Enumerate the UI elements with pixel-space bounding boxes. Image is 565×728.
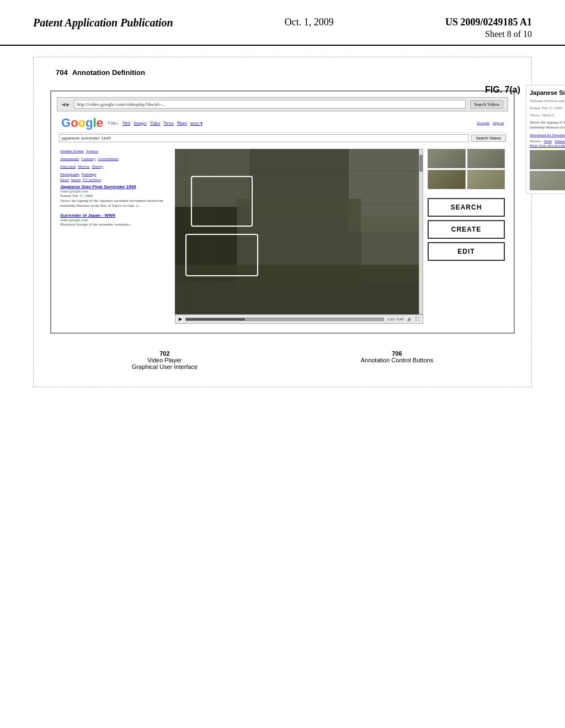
igoogle-link[interactable]: iGoogle <box>477 121 489 125</box>
video-info-description: Shows the signing of the Japanese surren… <box>530 120 565 131</box>
tab-science[interactable]: Science <box>86 149 98 153</box>
info-thumbnail-3[interactable] <box>530 171 565 190</box>
thumb-row-1 <box>428 149 505 168</box>
thumbnail-2[interactable] <box>467 149 505 168</box>
annotation-control-buttons: SEARCH CREATE EDIT <box>428 198 505 261</box>
label-702: 702 <box>132 350 198 357</box>
tab-education[interactable]: Education <box>60 164 76 169</box>
tab-currency[interactable]: Currency <box>81 157 95 161</box>
browser-back-icon[interactable]: ◀ ▶ <box>62 102 70 107</box>
nav-video[interactable]: Video <box>150 121 161 126</box>
figure-outer-border: 704 Annotation Definition ◀ ▶ http://vid… <box>33 57 532 387</box>
google-nav-bar: Google Video Web Images Video News Maps … <box>57 114 508 133</box>
nav-tabs-row: Annotations Currency Governments <box>60 157 170 161</box>
content-columns: Notable Events Science Annotations Curre… <box>57 146 508 327</box>
left-sidebar: Notable Events Science Annotations Curre… <box>60 149 170 324</box>
browser-address-bar[interactable]: http://video.google.com/videoplay?docid=… <box>74 100 466 109</box>
categories-section: Photography Paintings News Sports TV Arc… <box>60 172 170 182</box>
result-url-1: video.google.com <box>60 189 170 194</box>
info-thumbnail-1[interactable] <box>530 150 565 169</box>
result-url-2: video.google.com <box>60 218 170 222</box>
download-link[interactable]: Download for Download: WMV <box>530 133 565 137</box>
result-title-2[interactable]: Surrender of Japan - WWII <box>60 213 170 218</box>
result-item-1: Japanese Sign Final Surrender 1945 video… <box>60 184 170 208</box>
main-video-area: ▶ 1:23 / 5:47 🔊 ⛶ <box>175 149 423 324</box>
page-header: Patent Application Publication Oct. 1, 2… <box>0 0 565 46</box>
nav-web[interactable]: Web <box>122 121 130 126</box>
play-button-icon[interactable]: ▶ <box>179 317 182 322</box>
publication-title: Patent Application Publication <box>33 17 173 29</box>
tab-tv-archive[interactable]: TV Archive <box>83 178 101 182</box>
tab-notable-events[interactable]: Notable Events <box>60 149 84 153</box>
video-info-details: Details - Send - Embed - Playlist <box>530 139 565 143</box>
ui-mockup-container: ◀ ▶ http://video.google.com/videoplay?do… <box>50 90 515 334</box>
sheet-info: Sheet 8 of 10 <box>485 29 532 39</box>
label-706: 706 <box>361 350 433 357</box>
category-tabs-row: Notable Events Science <box>60 149 170 153</box>
progress-bar[interactable] <box>185 318 384 321</box>
bottom-labels: 702 Video Player Graphical User Interfac… <box>50 339 515 370</box>
label-706-group: 706 Annotation Control Buttons <box>361 350 433 363</box>
search-button-ctrl[interactable]: SEARCH <box>428 198 505 217</box>
label-annotation-control-buttons: Annotation Control Buttons <box>361 357 433 363</box>
nav-more[interactable]: more ▾ <box>190 121 202 126</box>
more-categories: News Sports TV Archive <box>60 178 170 182</box>
info-thumb-row-2 <box>530 171 565 190</box>
thumbnail-strip <box>428 149 505 189</box>
sub-nav-tabs: Education Movies History <box>60 164 170 169</box>
tab-history[interactable]: History <box>92 164 103 169</box>
send-link[interactable]: Send <box>544 139 552 143</box>
progress-fill <box>186 318 245 320</box>
result-item-2: Surrender of Japan - WWII video.google.c… <box>60 213 170 227</box>
google-nav-links: Web Images Video News Maps more ▾ <box>122 121 202 126</box>
tab-annotations[interactable]: Annotations <box>60 157 79 161</box>
details-label: Details <box>530 139 541 143</box>
volume-icon[interactable]: 🔊 <box>407 317 412 322</box>
nav-maps[interactable]: Maps <box>177 121 187 126</box>
video-info-panel: Japanese Sign Final Surrender 1945 Natio… <box>526 85 565 194</box>
label-gui: Graphical User Interface <box>132 363 198 370</box>
tab-news[interactable]: News <box>60 178 69 182</box>
right-panel: SEARCH CREATE EDIT <box>428 149 505 324</box>
label-704: 704 <box>56 68 68 77</box>
video-controls: ▶ 1:23 / 5:47 🔊 ⛶ <box>175 314 423 324</box>
video-scrollbar[interactable] <box>419 149 423 314</box>
thumbnail-3[interactable] <box>428 170 466 189</box>
nav-news[interactable]: News <box>164 121 174 126</box>
create-button-ctrl[interactable]: CREATE <box>428 220 505 239</box>
tab-movies[interactable]: Movies <box>78 164 89 169</box>
google-logo: Google <box>61 116 103 130</box>
more-from-link[interactable]: More from this provider - Similar <box>530 143 565 148</box>
annotation-definition-label: Annotation Definition <box>72 68 145 77</box>
label-video-player: Video Player <box>132 357 198 363</box>
google-video-sublabel: Video <box>108 121 118 126</box>
result-title-1[interactable]: Japanese Sign Final Surrender 1945 <box>60 184 170 189</box>
signin-link[interactable]: Sign in <box>493 121 504 125</box>
browser-search-button[interactable]: Search Videos <box>470 100 503 109</box>
search-button[interactable]: Search Videos <box>471 135 506 142</box>
result-desc-2: Historical footage of the surrender cere… <box>60 222 170 227</box>
figure-label: FIG. 7(a) <box>485 85 520 95</box>
categories-label: Photography Paintings <box>60 172 170 176</box>
nav-images[interactable]: Images <box>134 121 146 126</box>
fullscreen-icon[interactable]: ⛶ <box>415 317 419 322</box>
tab-sports[interactable]: Sports <box>71 178 81 182</box>
patent-number: US 2009/0249185 A1 <box>445 17 532 28</box>
time-display: 1:23 / 5:47 <box>387 317 404 322</box>
thumb-row-2 <box>428 170 505 189</box>
thumbnail-1[interactable] <box>428 149 466 168</box>
search-input[interactable] <box>59 134 469 142</box>
video-player[interactable] <box>175 149 423 314</box>
video-info-views: Views: 100,615 <box>530 113 565 119</box>
video-info-title: Japanese Sign Final Surrender 1945 <box>530 89 565 97</box>
embed-link[interactable]: Embed <box>555 139 565 143</box>
thumbnail-4[interactable] <box>467 170 505 189</box>
scrollbar-thumb <box>419 155 423 172</box>
browser-chrome: ◀ ▶ http://video.google.com/videoplay?do… <box>57 97 508 111</box>
edit-button-ctrl[interactable]: EDIT <box>428 242 505 261</box>
tab-photography[interactable]: Photography <box>60 172 80 176</box>
tab-governments[interactable]: Governments <box>98 157 119 161</box>
tab-paintings[interactable]: Paintings <box>82 172 96 176</box>
info-thumb-row-1 <box>530 150 565 169</box>
publication-date: Oct. 1, 2009 <box>285 17 334 28</box>
